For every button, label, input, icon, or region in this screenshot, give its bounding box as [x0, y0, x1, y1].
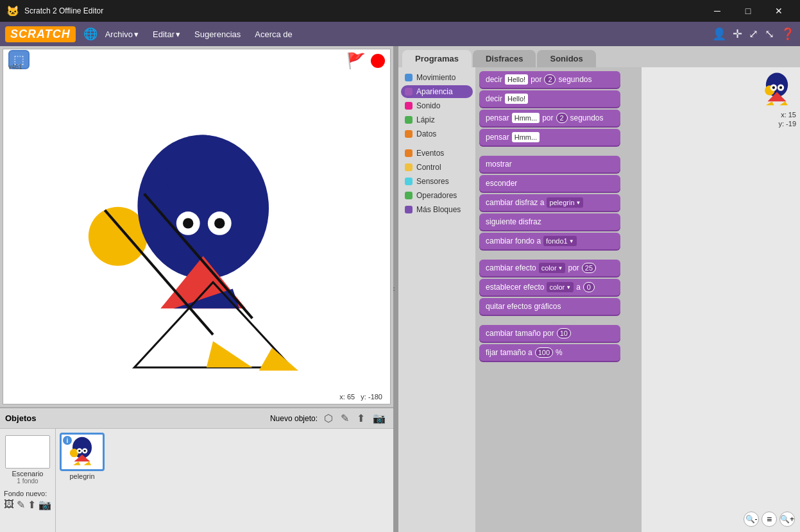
- user-icon[interactable]: 👤: [712, 27, 726, 41]
- sprite-upload-button[interactable]: ⬆: [354, 411, 368, 426]
- new-sprite-label: Nuevo objeto:: [270, 414, 318, 423]
- block-pensar-hmm-por[interactable]: pensar Hmm... por 2 segundos: [479, 110, 620, 126]
- block-fijar-tamano[interactable]: fijar tamaño a 100 %: [479, 344, 620, 361]
- tab-sonidos[interactable]: Sonidos: [537, 50, 595, 67]
- category-datos[interactable]: Datos: [401, 128, 473, 140]
- menu-editar[interactable]: Editar▾: [146, 27, 187, 42]
- sprite-add-buttons: ⬡ ✎ ⬆ 📷: [321, 411, 388, 426]
- stop-button[interactable]: [371, 54, 385, 68]
- titlebar: 🐱 Scratch 2 Offline Editor ─ □ ✕: [0, 0, 800, 22]
- menu-acercade[interactable]: Acerca de: [248, 27, 299, 42]
- category-divider: [401, 142, 473, 145]
- svg-marker-22: [73, 461, 81, 465]
- menu-sugerencias[interactable]: Sugerencias: [188, 27, 247, 42]
- svg-point-29: [779, 87, 782, 89]
- zoom-out-button[interactable]: 🔍-: [744, 511, 759, 527]
- sprite-paint-button[interactable]: ✎: [338, 411, 352, 426]
- svg-point-7: [214, 218, 225, 228]
- svg-marker-23: [84, 461, 92, 465]
- category-movimiento[interactable]: Movimiento: [401, 71, 473, 84]
- sprite-preview-svg: [758, 71, 796, 110]
- category-lapiz[interactable]: Lápiz: [401, 113, 473, 126]
- menubar-icons: 👤 ✛ ⤢ ⤡ ❓: [712, 27, 795, 41]
- block-quitar-efectos[interactable]: quitar efectos gráficos: [479, 298, 620, 315]
- movimiento-dot: [405, 74, 413, 81]
- svg-point-20: [84, 450, 86, 452]
- eventos-dot: [405, 149, 413, 157]
- block-cambiar-tamano[interactable]: cambiar tamaño por 10: [479, 325, 620, 342]
- fondo-camera-button[interactable]: 📷: [38, 499, 51, 511]
- script-area[interactable]: x: 15 y: -19 🔍- ≡ 🔍+: [642, 67, 800, 532]
- stage-svg: [3, 49, 390, 404]
- main-area: ⬚ v461 🚩: [0, 46, 800, 532]
- maximize-button[interactable]: □: [733, 0, 763, 22]
- control-dot: [405, 163, 413, 171]
- sensores-dot: [405, 178, 413, 185]
- category-control[interactable]: Control: [401, 161, 473, 174]
- app-title: Scratch 2 Offline Editor: [24, 6, 702, 15]
- scratch-logo: SCRATCH: [5, 26, 76, 42]
- category-sensores[interactable]: Sensores: [401, 175, 473, 188]
- block-mostrar[interactable]: mostrar: [479, 156, 620, 172]
- block-divider-2: [479, 252, 638, 257]
- stage-controls-right: 🚩: [346, 52, 385, 70]
- sprite-info-icon[interactable]: i: [63, 436, 72, 445]
- block-establecer-efecto[interactable]: establecer efecto color a 0: [479, 279, 620, 295]
- sprites-content: Escenario 1 fondo Fondo nuevo: 🖼 ✎ ⬆ 📷: [0, 429, 393, 532]
- shrink-icon[interactable]: ⤡: [765, 27, 774, 41]
- scenario-sub: 1 fondo: [17, 478, 38, 485]
- menu-archivo[interactable]: Archivo▾: [99, 27, 145, 42]
- category-sonido[interactable]: Sonido: [401, 99, 473, 112]
- block-decir-hello-por[interactable]: decir Hello! por 2 segundos: [479, 71, 620, 88]
- block-cambiar-disfraz[interactable]: cambiar disfraz a pelegrin: [479, 194, 620, 211]
- block-esconder[interactable]: esconder: [479, 175, 620, 192]
- sprite-item-pelegrin[interactable]: i: [60, 433, 105, 528]
- lapiz-dot: [405, 116, 413, 124]
- block-divider-3: [479, 317, 638, 322]
- right-panel: Programas Disfraces Sonidos Movimiento A…: [398, 46, 800, 532]
- block-cambiar-fondo[interactable]: cambiar fondo a fondo1: [479, 233, 620, 249]
- masbloques-dot: [405, 206, 413, 213]
- block-divider-1: [479, 148, 638, 153]
- categories: Movimiento Apariencia Sonido Lápiz Datos: [398, 67, 475, 532]
- fondo-upload-button[interactable]: ⬆: [28, 499, 36, 511]
- zoom-in-button[interactable]: 🔍+: [779, 511, 795, 527]
- category-eventos[interactable]: Eventos: [401, 147, 473, 160]
- stage-separator[interactable]: [393, 46, 398, 532]
- close-button[interactable]: ✕: [764, 0, 794, 22]
- fondo-library-button[interactable]: 🖼: [4, 499, 14, 511]
- sprites-panel: Objetos Nuevo objeto: ⬡ ✎ ⬆ 📷 Escenario …: [0, 407, 393, 532]
- sprites-title: Objetos: [5, 413, 270, 423]
- svg-point-19: [78, 450, 80, 452]
- sprite-name-pelegrin: pelegrin: [69, 472, 94, 480]
- svg-point-28: [772, 87, 775, 89]
- stage-area: ⬚ v461 🚩: [3, 49, 391, 404]
- block-pensar-hmm[interactable]: pensar Hmm...: [479, 129, 620, 145]
- fullscreen-icon[interactable]: ⤢: [749, 27, 758, 41]
- plus-icon[interactable]: ✛: [733, 27, 742, 41]
- blocks-area: Movimiento Apariencia Sonido Lápiz Datos: [398, 67, 800, 532]
- operadores-dot: [405, 192, 413, 199]
- sprites-list: i: [56, 429, 393, 532]
- scenario-item[interactable]: Escenario 1 fondo: [4, 431, 51, 485]
- block-siguiente-disfraz[interactable]: siguiente disfraz: [479, 213, 620, 230]
- tab-disfraces[interactable]: Disfraces: [473, 50, 536, 67]
- tab-programas[interactable]: Programas: [402, 50, 472, 67]
- category-apariencia[interactable]: Apariencia: [401, 85, 473, 98]
- category-operadores[interactable]: Operadores: [401, 189, 473, 202]
- category-masbloques[interactable]: Más Bloques: [401, 203, 473, 216]
- block-decir-hello[interactable]: decir Hello!: [479, 90, 620, 107]
- fondo-paint-button[interactable]: ✎: [17, 499, 25, 511]
- block-cambiar-efecto[interactable]: cambiar efecto color por 25: [479, 260, 620, 276]
- fondo-nuevo-area: Fondo nuevo: 🖼 ✎ ⬆ 📷: [4, 490, 51, 511]
- sprite-coord-y: y: -19: [778, 120, 796, 128]
- zoom-fit-button[interactable]: ≡: [762, 511, 777, 527]
- minimize-button[interactable]: ─: [702, 0, 732, 22]
- sprite-camera-button[interactable]: 📷: [370, 411, 388, 426]
- globe-icon[interactable]: 🌐: [83, 27, 98, 41]
- fondo-nuevo-label: Fondo nuevo:: [4, 490, 51, 497]
- sprite-from-library-button[interactable]: ⬡: [321, 411, 336, 426]
- scenario-label: Escenario: [12, 470, 44, 478]
- help-icon[interactable]: ❓: [781, 27, 795, 41]
- green-flag-button[interactable]: 🚩: [346, 52, 366, 70]
